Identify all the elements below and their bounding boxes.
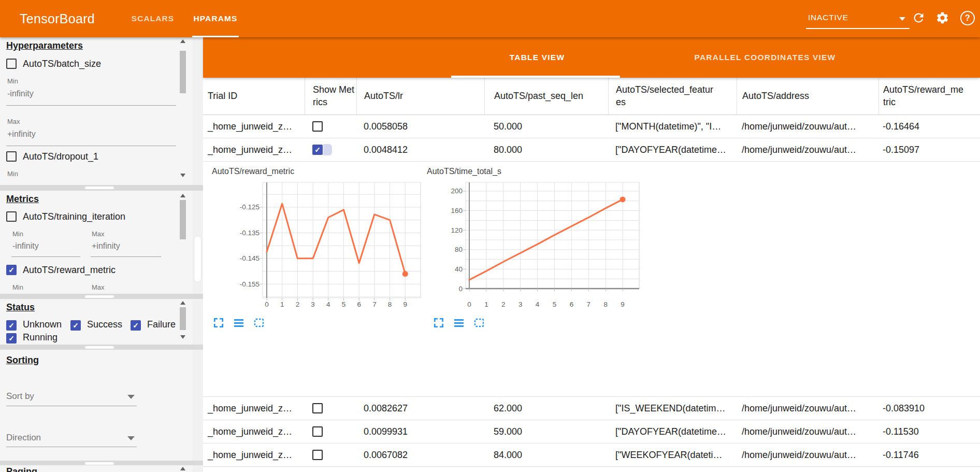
scrollbar-down-icon[interactable] xyxy=(180,174,185,177)
help-icon[interactable]: ? xyxy=(960,11,976,26)
past-seq-len-cell: 84.000 xyxy=(484,444,608,466)
scrollbar-thumb[interactable] xyxy=(180,51,186,93)
column-header-autots-address[interactable]: AutoTS/address xyxy=(737,78,878,115)
hyperparameters-title: Hyperparameters xyxy=(6,40,83,51)
chevron-down-icon xyxy=(899,17,905,21)
status-checkbox-unknown[interactable] xyxy=(6,320,17,331)
dashed-box-icon[interactable] xyxy=(473,317,485,329)
batch-size-checkbox[interactable] xyxy=(6,59,17,69)
scrollbar-up-icon[interactable] xyxy=(180,301,185,305)
sidebar-scrollbar-thumb[interactable] xyxy=(194,236,201,282)
view-tab-table-view[interactable]: TABLE VIEW xyxy=(408,37,667,78)
status-label-success: Success xyxy=(87,319,122,330)
expand-icon[interactable] xyxy=(433,317,445,329)
max-label: Max xyxy=(92,230,105,238)
status-checkbox-running[interactable] xyxy=(6,333,17,344)
view-tab-bar: TABLE VIEWPARALLEL COORDINATES VIEWSCATT… xyxy=(203,37,980,78)
view-tab-parallel-coordinates-view[interactable]: PARALLEL COORDINATES VIEW xyxy=(687,37,843,78)
column-header-autots-lr[interactable]: AutoTS/lr xyxy=(356,78,484,115)
chart-title-time-total: AutoTS/time_total_s xyxy=(427,167,501,176)
column-header-show-metrics[interactable]: Show Metrics xyxy=(305,78,356,115)
time-total-chart[interactable]: 200160120804000123456789 xyxy=(430,179,653,318)
address-cell: /home/junweid/zouwu/aut… xyxy=(737,444,878,466)
show-metrics-checkbox[interactable] xyxy=(312,121,323,132)
svg-text:6: 6 xyxy=(570,301,574,308)
chart-title-reward-metric: AutoTS/reward_metric xyxy=(212,167,294,176)
chevron-down-icon[interactable] xyxy=(127,395,135,399)
run-status-value: INACTIVE xyxy=(808,13,848,22)
dashed-box-icon[interactable] xyxy=(253,317,265,329)
scrollbar-thumb[interactable] xyxy=(180,307,186,330)
section-metrics: Metrics AutoTS/training_iteration Min Ma… xyxy=(0,191,193,294)
status-label-running: Running xyxy=(23,332,57,343)
past-seq-len-cell: 59.000 xyxy=(484,420,608,443)
run-status-dropdown[interactable]: INACTIVE xyxy=(806,8,910,29)
nav-tab-hparams[interactable]: HPARAMS xyxy=(190,0,241,37)
status-checkbox-success[interactable] xyxy=(70,320,81,331)
scrollbar-thumb[interactable] xyxy=(180,200,186,239)
column-header-autots-past-seq-len[interactable]: AutoTS/past_seq_len xyxy=(484,78,608,115)
section-resize-handle[interactable] xyxy=(0,185,203,191)
scrollbar-up-icon[interactable] xyxy=(180,194,185,197)
svg-text:0: 0 xyxy=(467,301,471,308)
view-tab-scatter-plot-matrix-view[interactable]: SCATTER PLOT MATRIX VIEW xyxy=(970,37,980,78)
section-resize-handle[interactable] xyxy=(0,294,203,299)
address-cell: /home/junweid/zouwu/aut… xyxy=(737,397,878,420)
sorting-title: Sorting xyxy=(6,355,39,366)
checkbox-focus-ripple xyxy=(323,144,332,155)
nav-tab-scalars[interactable]: SCALARS xyxy=(128,0,177,37)
scrollbar-up-icon[interactable] xyxy=(180,39,185,43)
scrollbar-down-icon[interactable] xyxy=(180,335,185,339)
lines-icon[interactable] xyxy=(453,317,465,329)
chevron-down-icon[interactable] xyxy=(127,436,135,440)
scrollbar-up-icon[interactable] xyxy=(180,467,185,470)
chart-toolbar xyxy=(433,317,485,329)
section-resize-handle[interactable] xyxy=(0,345,203,350)
max-input[interactable]: +infinity xyxy=(7,130,36,139)
status-title: Status xyxy=(6,302,35,313)
reward-metric-cell: -0.083910 xyxy=(878,397,980,420)
input-underline xyxy=(6,105,176,106)
metric-charts-panel: AutoTS/reward_metric AutoTS/time_total_s… xyxy=(203,162,980,396)
column-header-autots-reward-metric[interactable]: AutoTS/reward_metric xyxy=(878,78,980,115)
table-header-row: Trial IDShow MetricsAutoTS/lrAutoTS/past… xyxy=(203,78,980,115)
reward-metric-checkbox[interactable] xyxy=(6,265,17,275)
lr-cell: 0.0082627 xyxy=(356,397,484,420)
active-nav-indicator xyxy=(192,36,239,37)
max-input[interactable]: +infinity xyxy=(92,241,120,251)
reward-metric-cell: -0.15097 xyxy=(878,138,980,161)
dropout-checkbox[interactable] xyxy=(6,151,17,162)
direction-select[interactable]: Direction xyxy=(6,433,41,443)
address-cell: /home/junweid/zouwu/aut… xyxy=(737,115,878,138)
selected-features-cell: ["MONTH(datetime)", "I… xyxy=(608,115,737,138)
training-iteration-checkbox[interactable] xyxy=(6,211,17,222)
lines-icon[interactable] xyxy=(233,317,245,329)
min-label: Min xyxy=(12,283,23,291)
lr-cell: 0.0048412 xyxy=(356,138,484,161)
section-resize-handle[interactable] xyxy=(0,461,203,465)
min-input[interactable]: -infinity xyxy=(7,89,34,98)
refresh-icon[interactable] xyxy=(912,11,927,26)
show-metrics-checkbox[interactable] xyxy=(312,426,323,437)
svg-text:8: 8 xyxy=(603,301,608,308)
settings-gear-icon[interactable] xyxy=(935,11,951,26)
address-cell: /home/junweid/zouwu/aut… xyxy=(737,420,878,443)
svg-text:0: 0 xyxy=(458,285,463,293)
sort-by-select[interactable]: Sort by xyxy=(6,391,34,402)
app-header: TensorBoard SCALARS HPARAMS INACTIVE ? xyxy=(0,0,980,37)
reward-metric-chart[interactable]: -0.125-0.135-0.145-0.1550123456789 xyxy=(225,179,428,318)
status-checkbox-failure[interactable] xyxy=(131,320,141,331)
show-metrics-checkbox[interactable] xyxy=(312,403,323,413)
show-metrics-checkbox[interactable] xyxy=(312,145,323,155)
sidebar: Hyperparameters AutoTS/batch_size Min -i… xyxy=(0,37,203,472)
expand-icon[interactable] xyxy=(212,317,225,329)
svg-text:-0.135: -0.135 xyxy=(240,229,260,237)
show-metrics-cell xyxy=(305,420,356,443)
past-seq-len-cell: 50.000 xyxy=(484,115,608,138)
chart-toolbar xyxy=(212,317,265,329)
column-header-autots-selected-features[interactable]: AutoTS/selected_features xyxy=(608,78,737,115)
column-header-trial-id[interactable]: Trial ID xyxy=(203,78,305,115)
min-input[interactable]: -infinity xyxy=(12,241,39,251)
svg-text:2: 2 xyxy=(296,301,300,308)
show-metrics-checkbox[interactable] xyxy=(312,450,323,460)
